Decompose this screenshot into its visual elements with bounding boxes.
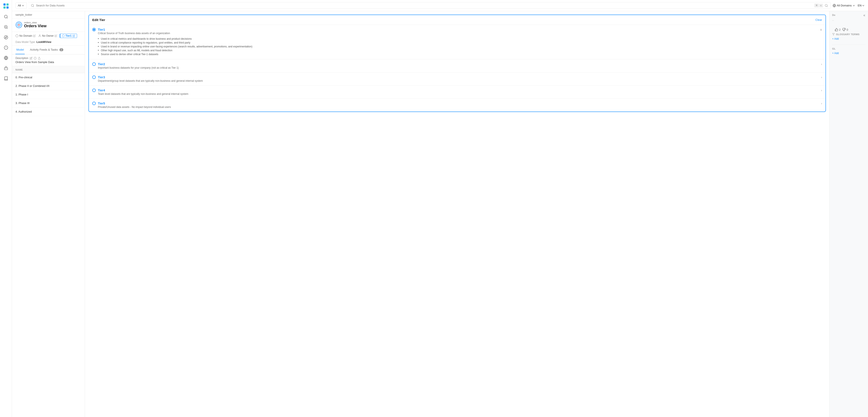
topbar-right: All Domains EN <box>833 4 865 7</box>
doc-divider: -- <box>832 19 834 22</box>
tier5-name: Tier5 <box>98 102 105 105</box>
search-filter-dropdown[interactable]: All <box>16 2 27 8</box>
table-row[interactable]: 1. Phase I <box>12 90 85 99</box>
sidebar <box>0 0 12 417</box>
tier1-bullet-4: Source used to derive other critical Tie… <box>98 52 822 56</box>
domain-selector[interactable]: All Domains <box>833 4 855 7</box>
tags-title: Gl <box>832 47 865 50</box>
sidebar-item-search[interactable] <box>3 14 9 20</box>
tier4-radio[interactable] <box>92 89 96 92</box>
tab-activity[interactable]: Activity Feeds & Tasks 2 <box>29 45 64 54</box>
asset-title: Orders View <box>24 24 46 28</box>
tier-option-5[interactable]: Tier5 › Private/Unused data assets - No … <box>89 99 826 111</box>
edit-tier-panel: Edit Tier Clear Tier1 ∨ Critical Source … <box>88 14 826 112</box>
sidebar-item-discover[interactable] <box>3 34 9 40</box>
glossary-add-button[interactable]: + Add <box>832 37 839 40</box>
asset-info: orders_view Orders View <box>24 21 46 28</box>
app-logo[interactable] <box>3 3 9 9</box>
tags-section: Gl + Add <box>832 44 865 55</box>
sidebar-item-governance[interactable] <box>3 65 9 71</box>
thumbs-up[interactable]: 2 <box>835 28 840 31</box>
lang-chevron-icon <box>862 4 865 7</box>
asset-header: orders_view Orders View <box>12 19 85 32</box>
tier1-expanded-content: Used in critical metrics and dashboards … <box>98 37 822 56</box>
sidebar-item-domain[interactable] <box>3 55 9 61</box>
description-share-icon[interactable] <box>38 57 40 60</box>
clear-tier-button[interactable]: Clear <box>815 18 822 22</box>
filter-label: All <box>18 4 21 7</box>
domain-chevron-icon <box>852 4 855 7</box>
sidebar-item-docs[interactable] <box>3 75 9 82</box>
table-row[interactable]: 3. Phase III <box>12 99 85 107</box>
owner-meta[interactable]: No Owner <box>38 34 57 37</box>
thumbs-down[interactable]: 0 <box>842 28 848 31</box>
table-row[interactable]: 2. Phase II or Combined I/II <box>12 82 85 90</box>
thumbs-up-icon <box>835 28 838 31</box>
breadcrumb[interactable]: sample_looker <box>12 11 85 19</box>
doc-panel: Do -- 2 0 <box>829 11 868 417</box>
search-submit-icon[interactable] <box>825 4 828 7</box>
table-row[interactable]: 4. Authorized <box>12 107 85 116</box>
tier3-radio[interactable] <box>92 75 96 79</box>
svg-rect-17 <box>4 68 7 70</box>
tier4-name: Tier4 <box>98 89 105 92</box>
lang-selector[interactable]: EN <box>858 4 865 7</box>
tier-option-1[interactable]: Tier1 ∨ Critical Source of Truth busines… <box>89 25 826 59</box>
tier1-chevron-icon[interactable]: ∨ <box>820 28 822 31</box>
svg-point-10 <box>4 36 8 39</box>
edit-tier-icon[interactable] <box>72 35 75 37</box>
search-input-wrap: ⌘ K <box>28 2 831 9</box>
sidebar-item-browse[interactable] <box>3 24 9 30</box>
svg-line-5 <box>7 18 7 19</box>
thumbs-down-icon <box>842 28 846 31</box>
edit-tier-header: Edit Tier Clear <box>89 15 826 25</box>
sidebar-item-insights[interactable] <box>3 44 9 51</box>
svg-point-20 <box>825 4 827 6</box>
tier-option-2[interactable]: Tier2 › Important business datasets for … <box>89 59 826 72</box>
glossary-section: GLOSSARY TERMS + Add <box>832 33 865 40</box>
tier2-chevron-icon[interactable]: › <box>821 62 822 66</box>
left-panel: sample_looker orders_view Orders View <box>12 11 85 417</box>
tier1-bullet-3: Other high impact use, such as ML models… <box>98 49 822 52</box>
table-column-name: NAME <box>16 68 23 71</box>
tier4-chevron-icon[interactable]: › <box>821 89 822 92</box>
asset-subtitle: orders_view <box>24 21 46 24</box>
tier5-radio[interactable] <box>92 102 96 105</box>
table-list: 0. Pre-clinical 2. Phase II or Combined … <box>12 73 85 417</box>
tier-option-3[interactable]: Tier3 › Department/group level datasets … <box>89 72 826 86</box>
svg-marker-34 <box>832 33 835 35</box>
svg-point-18 <box>31 4 33 6</box>
tags-add-button[interactable]: + Add <box>832 52 839 55</box>
tier1-bullet-list: Used in critical metrics and dashboards … <box>98 37 822 56</box>
svg-marker-11 <box>5 36 7 38</box>
table-header: NAME <box>12 66 85 73</box>
tier5-chevron-icon[interactable]: › <box>821 102 822 105</box>
description-label: Description <box>16 57 81 60</box>
content-area: sample_looker orders_view Orders View <box>12 11 868 417</box>
tab-model[interactable]: Model <box>16 45 25 54</box>
search-container: All ⌘ K <box>16 2 831 9</box>
tier1-bullet-0: Used in critical metrics and dashboards … <box>98 37 822 41</box>
search-shortcut: ⌘ K <box>814 4 823 7</box>
tier3-chevron-icon[interactable]: › <box>821 75 822 79</box>
search-input[interactable] <box>36 4 813 7</box>
edit-domain-icon[interactable] <box>33 35 36 37</box>
tier1-radio[interactable] <box>92 28 96 31</box>
tier2-radio[interactable] <box>92 62 96 66</box>
svg-rect-1 <box>6 3 8 6</box>
description-row: Description Orders View from Sample Data <box>12 55 85 66</box>
tier3-description: Department/group level datasets that are… <box>98 79 822 83</box>
tier5-description: Private/Unused data assets - No impact b… <box>98 105 822 108</box>
edit-description-icon[interactable] <box>30 57 32 60</box>
table-row[interactable]: 0. Pre-clinical <box>12 73 85 82</box>
domain-meta[interactable]: No Domain <box>16 34 36 37</box>
tier-badge[interactable]: Tier1 <box>60 34 77 38</box>
edit-owner-icon[interactable] <box>55 35 57 37</box>
collapse-icon[interactable] <box>862 14 865 17</box>
svg-point-26 <box>18 24 20 26</box>
description-info-icon <box>34 57 36 60</box>
svg-point-29 <box>62 35 64 37</box>
tier-option-4[interactable]: Tier4 › Team level datasets that are typ… <box>89 86 826 99</box>
tier1-bullet-1: Used in critical compliance reporting to… <box>98 41 822 44</box>
lang-label: EN <box>858 4 862 7</box>
